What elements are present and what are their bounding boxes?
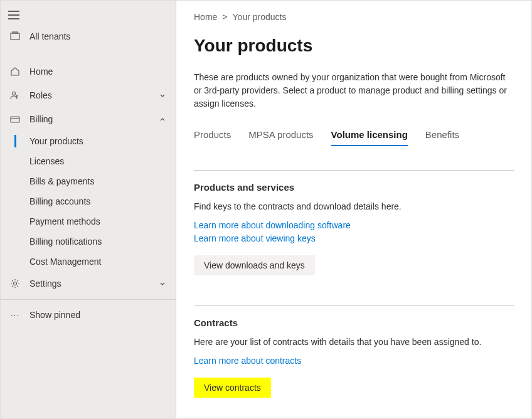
link-about-contracts[interactable]: Learn more about contracts	[194, 354, 514, 368]
section-contracts: Contracts Here are your list of contract…	[194, 317, 514, 398]
section-products-services: Products and services Find keys to the c…	[194, 182, 514, 275]
svg-rect-1	[13, 32, 18, 33]
sidebar-sub-your-products[interactable]: Your products	[1, 131, 176, 151]
more-icon: ···	[9, 310, 21, 320]
breadcrumb-home[interactable]: Home	[194, 12, 217, 22]
link-viewing-keys[interactable]: Learn more about viewing keys	[194, 232, 514, 245]
hamburger-menu[interactable]	[1, 6, 176, 24]
sidebar-label: Home	[29, 66, 167, 77]
sidebar-sub-label: Billing accounts	[29, 196, 90, 206]
sidebar-label: All tenants	[29, 31, 167, 41]
sidebar-label: Settings	[29, 278, 149, 289]
section-title: Contracts	[194, 317, 514, 328]
chevron-down-icon	[158, 91, 167, 100]
chevron-right-icon: >	[222, 12, 227, 22]
svg-point-2	[13, 92, 16, 95]
sidebar-label: Billing	[29, 114, 149, 124]
sidebar: All tenants Home Roles Billing Your prod…	[1, 1, 176, 418]
billing-icon	[9, 114, 21, 125]
sidebar-item-home[interactable]: Home	[1, 60, 176, 83]
chevron-up-icon	[158, 115, 167, 124]
svg-rect-0	[11, 33, 19, 40]
sidebar-sub-payment-methods[interactable]: Payment methods	[1, 211, 176, 231]
sidebar-sub-label: Payment methods	[29, 216, 100, 226]
page-description: These are products owned by your organiz…	[194, 71, 514, 110]
tabs: Products MPSA products Volume licensing …	[194, 124, 514, 146]
tab-mpsa-products[interactable]: MPSA products	[248, 124, 313, 146]
sidebar-sub-label: Bills & payments	[29, 176, 94, 186]
sidebar-sub-cost-management[interactable]: Cost Management	[1, 252, 176, 272]
sidebar-show-pinned[interactable]: ··· Show pinned	[1, 304, 176, 326]
tab-benefits[interactable]: Benefits	[425, 124, 459, 146]
sidebar-label: Roles	[29, 90, 149, 100]
home-icon	[9, 66, 21, 77]
breadcrumb-current: Your products	[233, 12, 287, 22]
sidebar-sub-label: Licenses	[29, 156, 64, 166]
main-content: Home > Your products Your products These…	[176, 1, 531, 418]
tab-products[interactable]: Products	[194, 124, 231, 146]
svg-rect-3	[11, 117, 19, 122]
sidebar-item-all-tenants[interactable]: All tenants	[1, 24, 176, 48]
view-downloads-keys-button[interactable]: View downloads and keys	[194, 255, 315, 275]
section-title: Products and services	[194, 182, 514, 193]
chevron-down-icon	[158, 279, 167, 288]
gear-icon	[9, 278, 21, 289]
sidebar-divider	[1, 299, 176, 300]
tab-volume-licensing[interactable]: Volume licensing	[331, 124, 408, 146]
svg-point-4	[14, 282, 17, 285]
sidebar-item-roles[interactable]: Roles	[1, 83, 176, 107]
link-download-software[interactable]: Learn more about downloading software	[194, 219, 514, 232]
sidebar-sub-billing-accounts[interactable]: Billing accounts	[1, 191, 176, 211]
sidebar-label: Show pinned	[29, 310, 80, 320]
section-text: Find keys to the contracts and download …	[194, 201, 514, 211]
tenants-icon	[9, 31, 21, 42]
section-text: Here are your list of contracts with det…	[194, 337, 514, 347]
view-contracts-button[interactable]: View contracts	[194, 378, 271, 398]
sidebar-item-settings[interactable]: Settings	[1, 272, 176, 295]
section-divider	[194, 305, 514, 306]
sidebar-sub-label: Billing notifications	[29, 236, 102, 247]
sidebar-sub-licenses[interactable]: Licenses	[1, 151, 176, 171]
sidebar-sub-label: Your products	[29, 136, 83, 146]
section-divider	[194, 170, 514, 171]
page-title: Your products	[194, 36, 514, 56]
sidebar-sub-bills-payments[interactable]: Bills & payments	[1, 171, 176, 191]
sidebar-item-billing[interactable]: Billing	[1, 107, 176, 131]
breadcrumb: Home > Your products	[194, 12, 514, 22]
sidebar-sub-label: Cost Management	[29, 257, 101, 267]
roles-icon	[9, 90, 21, 101]
sidebar-sub-billing-notifications[interactable]: Billing notifications	[1, 231, 176, 252]
